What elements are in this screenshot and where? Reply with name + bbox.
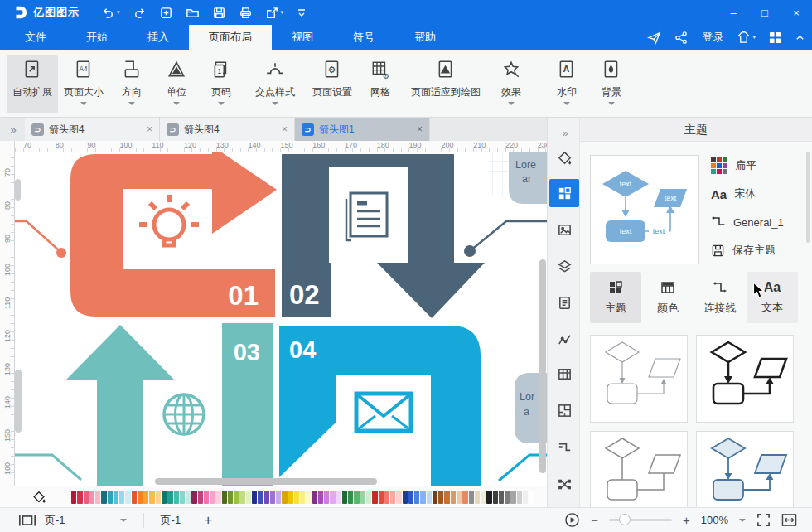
zoom-level[interactable]: 100%	[701, 514, 728, 526]
color-swatch[interactable]	[390, 491, 395, 504]
color-swatch[interactable]	[198, 491, 203, 504]
theme-thumbnail-1[interactable]	[590, 335, 688, 423]
redo-button[interactable]	[133, 6, 147, 20]
menu-home[interactable]: 开始	[66, 25, 128, 50]
color-swatch[interactable]	[210, 491, 215, 504]
color-swatch[interactable]	[312, 491, 317, 504]
color-swatch[interactable]	[288, 491, 293, 504]
connector-style-panel-icon[interactable]	[549, 433, 579, 461]
color-swatch[interactable]	[403, 491, 408, 504]
left-scroll-indicator[interactable]	[15, 179, 21, 201]
color-swatch[interactable]	[420, 491, 425, 504]
export-caret[interactable]: ▾	[281, 9, 284, 16]
color-swatch[interactable]	[366, 491, 371, 504]
ribbon-auto-expand-button[interactable]: 自动扩展	[7, 55, 58, 113]
zoom-caret[interactable]	[739, 519, 746, 522]
menu-insert[interactable]: 插入	[128, 25, 189, 50]
color-swatch[interactable]	[228, 491, 233, 504]
skin-caret[interactable]: ▾	[752, 34, 756, 41]
menu-help[interactable]: 帮助	[394, 25, 456, 50]
color-swatch[interactable]	[510, 491, 515, 504]
panel-collapse-button[interactable]: »	[549, 118, 579, 147]
color-swatch[interactable]	[162, 491, 167, 504]
ribbon-effects-button[interactable]: 效果	[489, 55, 534, 113]
color-swatch[interactable]	[252, 491, 257, 504]
ribbon-page-setup-button[interactable]: ⚙ 页面设置	[307, 55, 358, 113]
vertical-scrollbar-thumb[interactable]	[539, 259, 546, 473]
zoom-slider-thumb[interactable]	[619, 514, 631, 525]
export-button[interactable]: ▾	[265, 6, 284, 20]
menu-page-layout[interactable]: 页面布局	[189, 25, 272, 50]
tab-close-icon[interactable]: ×	[417, 123, 423, 135]
customize-toolbar-button[interactable]	[296, 7, 307, 18]
panel-tab-theme[interactable]: 主题	[590, 272, 641, 323]
color-swatch[interactable]	[505, 491, 510, 504]
zoom-out-button[interactable]: −	[591, 513, 598, 527]
print-button[interactable]	[239, 6, 253, 20]
color-swatch[interactable]	[149, 491, 154, 504]
doc-tab-2[interactable]: ⊃ 箭头图4 ×	[160, 118, 295, 141]
color-swatch[interactable]	[475, 491, 480, 504]
undo-button[interactable]: ▾	[101, 6, 120, 20]
step2-slate-arrow[interactable]: 02	[282, 154, 485, 318]
color-swatch[interactable]	[258, 491, 263, 504]
tab-close-icon[interactable]: ×	[147, 123, 152, 135]
color-swatch[interactable]	[84, 491, 89, 504]
zoom-slider[interactable]	[609, 519, 672, 521]
color-swatch[interactable]	[457, 491, 462, 504]
color-swatch[interactable]	[336, 491, 341, 504]
fill-color-icon[interactable]	[31, 490, 46, 505]
page-view-icon[interactable]	[18, 514, 36, 527]
color-swatch[interactable]	[462, 491, 467, 504]
login-button[interactable]: 登录	[702, 30, 723, 45]
send-feedback-icon[interactable]	[647, 31, 661, 45]
color-swatch[interactable]	[180, 491, 185, 504]
notes-panel-icon[interactable]	[549, 288, 579, 317]
menu-file[interactable]: 文件	[5, 25, 66, 50]
color-swatch[interactable]	[101, 491, 106, 504]
color-swatch[interactable]	[396, 491, 401, 504]
theme-thumbnail-4[interactable]	[696, 431, 794, 507]
color-swatch[interactable]	[408, 491, 413, 504]
color-swatch[interactable]	[330, 491, 335, 504]
color-swatch[interactable]	[324, 491, 329, 504]
color-swatch[interactable]	[523, 491, 528, 504]
color-swatch[interactable]	[264, 491, 269, 504]
color-swatch[interactable]	[379, 491, 384, 504]
color-swatch[interactable]	[342, 491, 347, 504]
table-panel-icon[interactable]	[549, 360, 579, 388]
left-scroll-indicator[interactable]	[15, 370, 22, 433]
color-swatch[interactable]	[276, 491, 281, 504]
menu-symbols[interactable]: 符号	[333, 25, 394, 50]
page-selector[interactable]: 页-1	[45, 513, 65, 528]
color-swatch[interactable]	[95, 491, 100, 504]
color-swatch[interactable]	[451, 491, 456, 504]
color-swatch[interactable]	[499, 491, 504, 504]
color-swatch[interactable]	[132, 491, 137, 504]
color-swatch[interactable]	[306, 491, 311, 504]
floorplan-panel-icon[interactable]	[549, 396, 579, 424]
color-swatch[interactable]	[222, 491, 227, 504]
ribbon-background-button[interactable]: 背景	[589, 55, 634, 113]
open-file-button[interactable]	[186, 6, 200, 20]
color-swatch[interactable]	[517, 491, 522, 504]
drawing-canvas[interactable]: 01 02	[15, 141, 547, 486]
color-swatch[interactable]	[414, 491, 419, 504]
panel-tab-connectors[interactable]: 连接线	[694, 272, 746, 323]
constraints-panel-icon[interactable]	[549, 470, 579, 498]
page-tab[interactable]: 页-1	[161, 513, 181, 528]
theme-style-option[interactable]: 扁平	[711, 155, 804, 177]
color-swatch[interactable]	[348, 491, 353, 504]
color-swatch[interactable]	[143, 491, 148, 504]
page-selector-caret[interactable]	[120, 519, 127, 522]
color-swatch[interactable]	[354, 491, 359, 504]
color-swatch[interactable]	[167, 491, 172, 504]
fullscreen-button[interactable]	[756, 513, 771, 527]
layers-panel-icon[interactable]	[549, 252, 579, 280]
ribbon-junction-style-button[interactable]: 交点样式	[244, 55, 307, 113]
color-swatch[interactable]	[186, 491, 191, 504]
tab-close-icon[interactable]: ×	[282, 123, 288, 135]
color-swatch[interactable]	[215, 491, 220, 504]
color-swatch[interactable]	[444, 491, 449, 504]
color-swatch[interactable]	[300, 491, 305, 504]
